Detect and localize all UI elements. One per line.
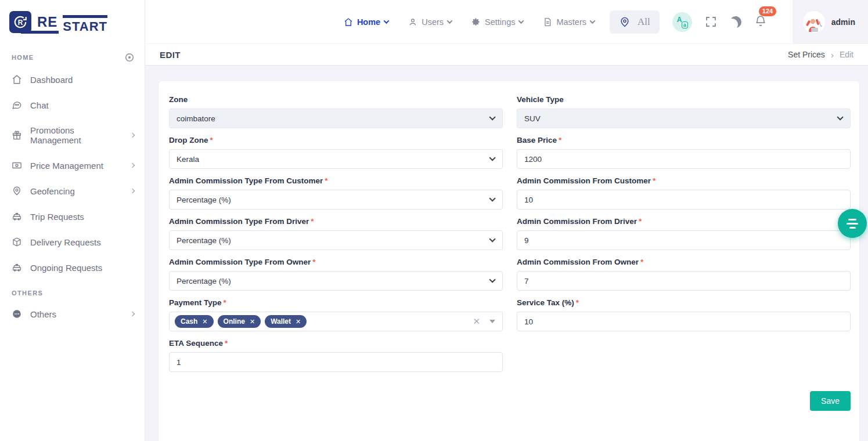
sidebar-item-label: Promotions Management [30,125,123,145]
drop-zone-select[interactable]: Kerala [169,149,503,169]
required-marker: * [559,136,561,144]
clear-all-icon[interactable]: ✕ [473,316,480,327]
field-commission-type-customer: Admin Commission Type From Customer* Per… [169,176,503,209]
zone-select[interactable]: coimbatore [169,109,503,128]
sidebar-item-chat[interactable]: Chat [0,92,145,118]
page-content: Zone coimbatore Vehicle Type SUV [145,66,868,441]
page-title: EDIT [160,50,181,60]
top-nav-menu: Home Users Settings Masters [344,17,595,27]
tag-label: Online [224,317,245,326]
sidebar-item-label: Trip Requests [30,212,84,222]
record-circle-icon[interactable] [125,53,134,62]
top-controls: All A a 124 admin [610,0,868,44]
remove-tag-icon[interactable]: ✕ [202,318,207,326]
sidebar-item-trip-requests[interactable]: Trip Requests [0,204,145,229]
sidebar-item-others[interactable]: Others [0,301,145,327]
field-commission-type-owner: Admin Commission Type From Owner* Percen… [169,258,503,291]
field-eta-sequence: ETA Sequence* [169,339,503,372]
remove-tag-icon[interactable]: ✕ [296,318,301,326]
chevron-right-icon [130,312,135,316]
theme-customizer-fab[interactable] [838,209,867,238]
page-header-bar: EDIT Set Prices › Edit [145,44,868,66]
commission-type-customer-value: Percentage (%) [177,196,231,204]
main-area: Home Users Settings Masters [145,0,868,441]
user-menu[interactable]: admin [793,0,868,44]
sidebar-item-ongoing-requests[interactable]: Ongoing Requests [0,255,145,280]
service-tax-input[interactable] [517,312,851,331]
required-marker: * [312,258,315,266]
avatar [803,11,825,33]
chevron-down-icon [447,18,453,24]
commission-owner-input[interactable] [517,271,851,291]
payment-tag-online: Online ✕ [218,315,261,328]
nav-item-users[interactable]: Users [408,17,452,27]
app-logo[interactable]: R RE START [0,0,145,44]
commission-type-owner-select[interactable]: Percentage (%) [169,271,503,291]
required-marker: * [640,258,643,266]
zone-value: coimbatore [177,114,215,123]
service-tax-label: Service Tax (%)* [517,298,851,307]
payment-type-multiselect[interactable]: Cash ✕ Online ✕ Wallet ✕ [169,312,503,331]
sidebar-item-promotions-management[interactable]: Promotions Management [0,118,145,153]
chevron-down-icon [518,18,524,24]
language-translate-button[interactable]: A a [672,12,692,32]
commission-type-driver-select[interactable]: Percentage (%) [169,230,503,250]
sidebar-item-geofencing[interactable]: Geofencing [0,178,145,204]
base-price-label: Base Price* [517,136,851,144]
app-root: R RE START HOME Dashboard Chat Promotion… [0,0,868,441]
sidebar-item-label: Chat [30,100,49,110]
sidebar-section-home: HOME [0,44,145,67]
section-home-label: HOME [12,54,34,61]
remove-tag-icon[interactable]: ✕ [250,318,255,326]
field-commission-driver: Admin Commission From Driver* [517,217,851,250]
chevron-right-icon: › [831,50,834,60]
notifications-button[interactable]: 124 [754,15,767,30]
taxi-icon [12,262,22,273]
chevron-down-icon [590,18,596,24]
nav-item-masters[interactable]: Masters [543,17,595,27]
drop-zone-value: Kerala [177,155,199,164]
field-vehicle-type: Vehicle Type SUV [517,95,851,128]
location-filter-select[interactable]: All [610,10,660,34]
chevron-down-icon [489,154,495,161]
payment-type-label: Payment Type* [169,298,503,307]
commission-type-customer-select[interactable]: Percentage (%) [169,190,503,209]
commission-customer-input[interactable] [517,190,851,209]
eta-sequence-label: ETA Sequence* [169,339,503,348]
vehicle-type-select[interactable]: SUV [517,109,851,128]
logo-text-start: START [63,19,107,34]
nav-item-home[interactable]: Home [344,17,388,27]
map-pin-icon [12,186,22,196]
dark-mode-moon-icon[interactable] [730,16,741,28]
breadcrumb-set-prices[interactable]: Set Prices [788,50,825,59]
required-marker: * [325,176,327,185]
svg-text:R: R [18,18,23,26]
caret-down-icon[interactable] [489,320,495,323]
nav-label: Users [422,17,444,27]
edit-form-card: Zone coimbatore Vehicle Type SUV [159,81,859,441]
logo-wordmark: RE START [37,14,107,30]
edit-form: Zone coimbatore Vehicle Type SUV [169,95,851,379]
save-button[interactable]: Save [810,391,851,411]
sidebar-item-delivery-requests[interactable]: Delivery Requests [0,229,145,255]
eta-sequence-input[interactable] [169,352,503,372]
fullscreen-icon[interactable] [705,16,717,28]
bell-icon [754,15,767,27]
user-name: admin [831,17,855,27]
base-price-input[interactable] [517,149,851,169]
nav-item-settings[interactable]: Settings [471,17,523,27]
filter-lines-icon [847,223,858,225]
cash-icon [12,160,22,171]
dots-circle-icon [12,309,22,319]
form-actions: Save [169,391,851,411]
drop-zone-label: Drop Zone* [169,136,503,144]
chevron-down-icon [489,114,495,120]
commission-driver-input[interactable] [517,230,851,250]
home-icon [12,74,22,85]
sidebar-item-dashboard[interactable]: Dashboard [0,67,145,92]
chat-icon [12,100,22,110]
top-navbar: Home Users Settings Masters [145,0,868,44]
sidebar-item-price-management[interactable]: Price Management [0,153,145,178]
field-commission-type-driver: Admin Commission Type From Driver* Perce… [169,217,503,250]
chevron-right-icon [130,189,135,193]
